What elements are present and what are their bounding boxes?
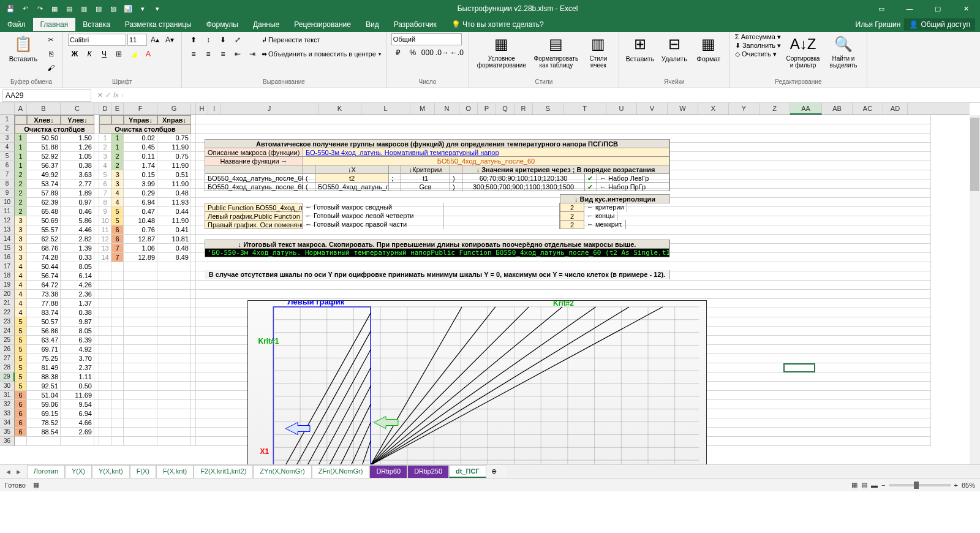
row-header-31[interactable]: 31: [0, 391, 15, 400]
save-icon[interactable]: 💾: [4, 2, 17, 15]
row-header-16[interactable]: 16: [0, 253, 15, 262]
col-header-AD[interactable]: AD: [883, 103, 908, 115]
share-button[interactable]: 👤 Общий доступ: [904, 18, 975, 31]
align-mid-icon[interactable]: ↕: [202, 33, 215, 47]
col-header-V[interactable]: V: [637, 103, 668, 115]
row-header-33[interactable]: 33: [0, 409, 15, 418]
ribbon-options-icon[interactable]: ▭: [867, 0, 895, 17]
col-header-M[interactable]: M: [410, 103, 435, 115]
row-header-12[interactable]: 12: [0, 216, 15, 225]
tab-data[interactable]: Данные: [246, 18, 287, 31]
row-header-24[interactable]: 24: [0, 327, 15, 336]
sort-filter-button[interactable]: A↓ZСортировка и фильтр: [783, 33, 823, 70]
row-header-32[interactable]: 32: [0, 400, 15, 409]
row-header-3[interactable]: 3: [0, 134, 15, 143]
row-headers[interactable]: 1234567891011121314151617181920212223242…: [0, 115, 15, 446]
italic-button[interactable]: К: [83, 47, 96, 61]
row-header-7[interactable]: 7: [0, 170, 15, 180]
sheet-tab-ZFn(X,NomGr)[interactable]: ZFn(X,NomGr): [312, 465, 370, 478]
maximize-button[interactable]: ▢: [924, 0, 952, 17]
view-normal-icon[interactable]: ▦: [851, 481, 858, 489]
row-header-36[interactable]: 36: [0, 437, 15, 446]
indent-inc-icon[interactable]: ⇥: [246, 47, 259, 61]
align-center-icon[interactable]: ≡: [202, 47, 215, 61]
font-size-combo[interactable]: [127, 34, 147, 46]
col-header-R[interactable]: R: [514, 103, 533, 115]
align-top-icon[interactable]: ⬆: [187, 33, 200, 47]
bold-button[interactable]: Ж: [68, 47, 81, 61]
cell-styles-button[interactable]: ▥Стили ячеек: [583, 33, 614, 70]
wrap-text-button[interactable]: ↲ Перенести текст: [262, 33, 381, 47]
underline-button[interactable]: Ч: [97, 47, 111, 61]
col-header-AC[interactable]: AC: [853, 103, 883, 115]
format-painter-icon[interactable]: 🖌: [44, 61, 58, 75]
number-format-combo[interactable]: [391, 33, 462, 45]
col-header-X[interactable]: X: [698, 103, 729, 115]
fx-icon[interactable]: fx: [113, 91, 119, 99]
sheet-tab-ZYn(X,NomGr)[interactable]: ZYn(X,NomGr): [253, 465, 311, 478]
percent-icon[interactable]: %: [406, 46, 420, 59]
col-header-T[interactable]: T: [564, 103, 606, 115]
qat-icon-3[interactable]: ▥: [77, 2, 91, 15]
align-right-icon[interactable]: ≡: [216, 47, 230, 61]
close-button[interactable]: ✕: [952, 0, 980, 17]
macro-rec-icon[interactable]: ▦: [33, 481, 39, 489]
col-header-L[interactable]: L: [361, 103, 410, 115]
inc-decimal-icon[interactable]: .0→: [435, 46, 449, 59]
currency-icon[interactable]: ₽: [391, 46, 405, 59]
enter-fx-icon[interactable]: ✓: [105, 91, 111, 99]
grow-font-icon[interactable]: A▴: [148, 33, 162, 47]
horizontal-scrollbar[interactable]: [507, 466, 980, 477]
row-header-8[interactable]: 8: [0, 180, 15, 189]
row-header-21[interactable]: 21: [0, 299, 15, 308]
row-header-11[interactable]: 11: [0, 207, 15, 216]
col-header-N[interactable]: N: [435, 103, 459, 115]
qat-icon-4[interactable]: ▧: [92, 2, 105, 15]
row-header-34[interactable]: 34: [0, 418, 15, 428]
vertical-scrollbar[interactable]: [970, 115, 980, 464]
worksheet-grid[interactable]: ABCDEFGHIJKLMNOPQRSTUVWXYZAAABACAD 12345…: [0, 103, 980, 464]
row-header-15[interactable]: 15: [0, 244, 15, 253]
col-header-Y[interactable]: Y: [729, 103, 760, 115]
col-header-J[interactable]: J: [221, 103, 318, 115]
col-header-I[interactable]: I: [208, 103, 221, 115]
row-header-30[interactable]: 30: [0, 382, 15, 391]
format-button[interactable]: ▦Формат: [693, 33, 725, 64]
tab-insert[interactable]: Вставка: [75, 18, 118, 31]
zoom-out-button[interactable]: −: [881, 482, 885, 489]
cond-format-button[interactable]: ▦Условное форматирование: [474, 33, 529, 70]
autosum-button[interactable]: Σ Автосумма ▾: [735, 33, 781, 41]
qat-icon-1[interactable]: ▦: [48, 2, 61, 15]
col-header-O[interactable]: O: [459, 103, 478, 115]
row-header-35[interactable]: 35: [0, 428, 15, 437]
col-header-W[interactable]: W: [668, 103, 698, 115]
col-header-Q[interactable]: Q: [496, 103, 514, 115]
fill-color-icon[interactable]: ◢: [127, 47, 140, 61]
row-header-6[interactable]: 6: [0, 161, 15, 170]
find-button[interactable]: 🔍Найти и выделить: [825, 33, 862, 70]
tab-view[interactable]: Вид: [358, 18, 386, 31]
sheet-tab-Y(X)[interactable]: Y(X): [65, 465, 92, 478]
tab-layout[interactable]: Разметка страницы: [118, 18, 199, 31]
sheet-tab-Y(X,krit)[interactable]: Y(X,krit): [92, 465, 130, 478]
undo-icon[interactable]: ↶: [18, 2, 32, 15]
sheet-tab-F(X,krit)[interactable]: F(X,krit): [156, 465, 194, 478]
fill-button[interactable]: ⬇ Заполнить ▾: [735, 42, 781, 50]
row-header-28[interactable]: 28: [0, 363, 15, 372]
col-header-F[interactable]: F: [124, 103, 157, 115]
vscroll-thumb[interactable]: [970, 118, 979, 191]
tab-formulas[interactable]: Формулы: [199, 18, 246, 31]
qat-more-icon[interactable]: ▾: [151, 2, 164, 15]
col-header-AA[interactable]: AA: [790, 103, 822, 115]
cut-icon[interactable]: ✂: [44, 33, 58, 47]
shrink-font-icon[interactable]: A▾: [163, 33, 176, 47]
col-header-C[interactable]: C: [61, 103, 94, 115]
row-header-26[interactable]: 26: [0, 345, 15, 354]
col-header-AB[interactable]: AB: [822, 103, 853, 115]
row-header-25[interactable]: 25: [0, 336, 15, 345]
row-header-27[interactable]: 27: [0, 354, 15, 363]
row-header-2[interactable]: 2: [0, 124, 15, 134]
row-header-1[interactable]: 1: [0, 115, 15, 124]
embedded-chart[interactable]: Левый график Krit#1 Krit#2 X1: [247, 300, 707, 464]
row-header-14[interactable]: 14: [0, 235, 15, 244]
